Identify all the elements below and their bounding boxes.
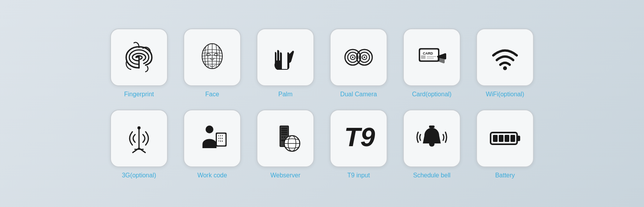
svg-text:1 2 3: 1 2 3 <box>218 134 223 137</box>
icon-box-card: CARD <box>403 28 461 86</box>
svg-rect-49 <box>505 135 509 142</box>
svg-rect-32 <box>281 128 287 129</box>
label-fingerprint: Fingerprint <box>124 91 154 98</box>
svg-rect-50 <box>510 135 515 142</box>
icon-box-palm <box>257 28 314 86</box>
icon-box-work-code: 1 2 3 4 5 6 7 8 9 <box>183 110 241 167</box>
label-3g: 3G(optional) <box>122 172 156 179</box>
svg-point-23 <box>137 126 141 129</box>
label-dual-camera: Dual Camera <box>340 91 377 98</box>
svg-rect-48 <box>499 135 503 142</box>
item-3g: 3G(optional) <box>110 110 168 179</box>
item-schedule-bell: Schedule bell <box>403 110 461 179</box>
svg-text:4 5 6: 4 5 6 <box>218 137 223 140</box>
icon-box-3g <box>110 110 168 167</box>
icon-box-battery <box>476 110 534 167</box>
label-battery: Battery <box>495 172 515 179</box>
svg-point-18 <box>503 66 507 70</box>
svg-rect-35 <box>281 134 287 135</box>
icon-box-fingerprint <box>110 28 168 86</box>
label-face: Face <box>205 91 219 98</box>
label-schedule-bell: Schedule bell <box>413 172 450 179</box>
icon-box-wifi <box>476 28 534 86</box>
item-card: CARD Card(optional) <box>403 28 461 98</box>
svg-rect-46 <box>517 136 520 141</box>
palm-icon <box>268 40 303 75</box>
item-wifi: WiFi(optional) <box>476 28 534 98</box>
svg-text:T9: T9 <box>344 122 375 152</box>
fingerprint-icon <box>121 40 157 75</box>
label-t9-input: T9 input <box>347 172 370 179</box>
svg-rect-15 <box>421 55 426 59</box>
item-fingerprint: Fingerprint <box>110 28 168 98</box>
card-icon: CARD <box>414 40 449 75</box>
icon-box-t9-input: T9 <box>330 110 387 167</box>
t9-input-icon: T9 <box>341 121 376 156</box>
svg-rect-33 <box>281 130 287 131</box>
3g-icon <box>121 121 157 156</box>
work-code-icon: 1 2 3 4 5 6 7 8 9 <box>195 121 230 156</box>
svg-point-24 <box>206 126 213 133</box>
svg-point-11 <box>364 57 365 58</box>
face-icon <box>195 40 230 75</box>
icon-box-schedule-bell <box>403 110 461 167</box>
svg-rect-34 <box>281 132 287 133</box>
item-face: Face <box>183 28 241 98</box>
svg-text:CARD: CARD <box>423 51 433 55</box>
svg-point-37 <box>284 136 285 138</box>
battery-icon <box>487 121 523 156</box>
label-webserver: Webserver <box>270 172 300 179</box>
label-card: Card(optional) <box>412 91 451 98</box>
svg-text:7 8 9: 7 8 9 <box>218 140 223 142</box>
schedule-bell-icon <box>414 121 449 156</box>
svg-point-7 <box>352 57 354 58</box>
label-wifi: WiFi(optional) <box>486 91 524 98</box>
item-webserver: Webserver <box>257 110 314 179</box>
item-battery: Battery <box>476 110 534 179</box>
webserver-icon <box>268 121 303 156</box>
feature-grid: Fingerprint <box>87 17 557 191</box>
label-palm: Palm <box>278 91 292 98</box>
item-dual-camera: Dual Camera <box>330 28 387 98</box>
wifi-icon <box>487 40 523 75</box>
item-t9-input: T9 T9 input <box>330 110 387 179</box>
item-palm: Palm <box>257 28 314 98</box>
icon-box-dual-camera <box>330 28 387 86</box>
item-work-code: 1 2 3 4 5 6 7 8 9 Work code <box>183 110 241 179</box>
svg-rect-44 <box>429 126 435 128</box>
icon-box-face <box>183 28 241 86</box>
svg-rect-47 <box>493 135 498 142</box>
dual-camera-icon <box>341 40 376 75</box>
svg-point-36 <box>282 136 283 138</box>
icon-box-webserver <box>257 110 314 167</box>
label-work-code: Work code <box>197 172 227 179</box>
